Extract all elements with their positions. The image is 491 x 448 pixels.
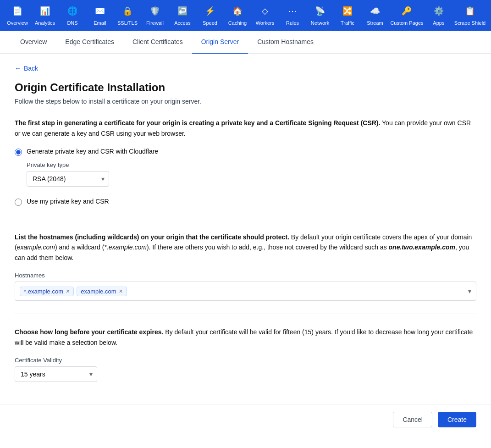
nav-label-speed: Speed [203,20,217,26]
validity-description: Choose how long before your certificate … [15,327,476,348]
radio-cloudflare-label: Generate private key and CSR with Cloudf… [27,148,158,155]
traffic-icon: 🔀 [341,5,354,17]
nav-item-traffic[interactable]: 🔀 Traffic [334,0,361,31]
hostnames-example: one.two.example.com [389,243,455,251]
back-button[interactable]: ← Back [15,65,38,72]
section-divider-2 [15,314,476,314]
hostnames-description-bold: List the hostnames (including wildcards)… [15,233,289,241]
radio-option-cloudflare: Generate private key and CSR with Cloudf… [15,148,476,190]
nav-item-network[interactable]: 📡 Network [306,0,334,31]
email-icon: ✉️ [94,5,106,17]
hostname-tag-wildcard-remove[interactable]: × [66,288,70,294]
ssl-tls-icon: 🔒 [121,5,134,17]
workers-icon: ◇ [259,5,271,17]
radio-own-key-input[interactable] [15,199,22,206]
radio-option-cloudflare-label[interactable]: Generate private key and CSR with Cloudf… [15,148,476,156]
private-key-field-group: Private key type RSA (2048) ECDSA (P-256… [27,161,476,187]
nav-label-ssl-tls: SSL/TLS [117,20,138,26]
private-key-select-wrapper: RSA (2048) ECDSA (P-256) [27,171,109,187]
nav-item-overview[interactable]: 📄 Overview [4,0,31,31]
step1-section: The first step in generating a certifica… [15,118,476,206]
nav-label-scrape-shield: Scrape Shield [454,20,486,26]
cancel-button[interactable]: Cancel [393,412,432,427]
nav-item-speed[interactable]: ⚡ Speed [196,0,224,31]
sub-nav: Overview Edge Certificates Client Certif… [0,31,491,54]
subnav-item-edge-certificates[interactable]: Edge Certificates [56,31,123,54]
nav-item-custom-pages[interactable]: 🔑 Custom Pages [389,0,425,31]
hostname-tag-apex-remove[interactable]: × [119,288,122,294]
page-subtitle: Follow the steps below to install a cert… [15,98,476,105]
nav-label-email: Email [94,20,106,26]
hostnames-field-section: Hostnames *.example.com × example.com × … [15,272,476,301]
nav-item-access[interactable]: ↩️ Access [169,0,196,31]
nav-item-stream[interactable]: ☁️ Stream [361,0,389,31]
scrape-shield-icon: 📋 [463,5,476,17]
nav-label-rules: Rules [286,20,299,26]
subnav-item-custom-hostnames[interactable]: Custom Hostnames [248,31,323,54]
hostnames-description: List the hostnames (including wildcards)… [15,232,476,263]
nav-item-caching[interactable]: 🏠 Caching [224,0,251,31]
validity-description-bold: Choose how long before your certificate … [15,328,163,336]
section-divider-1 [15,219,476,219]
nav-item-rules[interactable]: ⋯ Rules [279,0,306,31]
nav-item-ssl-tls[interactable]: 🔒 SSL/TLS [114,0,141,31]
radio-option-own-key[interactable]: Use my private key and CSR [15,198,476,206]
nav-label-firewall: Firewall [146,20,164,26]
private-key-label: Private key type [27,161,476,168]
nav-item-workers[interactable]: ◇ Workers [251,0,279,31]
hostnames-input[interactable]: *.example.com × example.com × ▾ [15,282,476,301]
hostnames-field-label: Hostnames [15,272,476,279]
page-title: Origin Certificate Installation [15,81,476,94]
hostname-tag-apex-value: example.com [81,288,116,295]
nav-label-workers: Workers [256,20,275,26]
hostnames-section: List the hostnames (including wildcards)… [15,232,476,301]
custom-pages-icon: 🔑 [400,5,413,17]
hostnames-dropdown-arrow[interactable]: ▾ [468,288,471,295]
step1-description: The first step in generating a certifica… [15,118,476,138]
nav-label-apps: Apps [433,20,444,26]
hostnames-apex: example.com [17,243,55,251]
back-arrow-icon: ← [15,65,21,72]
nav-label-caching: Caching [228,20,247,26]
nav-label-access: Access [174,20,190,26]
private-key-select[interactable]: RSA (2048) ECDSA (P-256) [27,171,109,187]
key-generation-radio-group: Generate private key and CSR with Cloudf… [15,148,476,206]
nav-label-analytics: Analytics [35,20,55,26]
caching-icon: 🏠 [231,5,244,17]
subnav-item-client-certificates[interactable]: Client Certificates [123,31,192,54]
validity-field-label: Certificate Validity [15,357,476,364]
main-content: ← Back Origin Certificate Installation F… [0,54,491,404]
subnav-item-origin-server[interactable]: Origin Server [192,31,248,54]
radio-own-key-label: Use my private key and CSR [27,198,109,205]
nav-label-traffic: Traffic [341,20,354,26]
validity-field-section: Certificate Validity 15 years 10 years 5… [15,357,476,382]
nav-item-firewall[interactable]: 🛡️ Firewall [141,0,169,31]
apps-icon: ⚙️ [432,5,445,17]
validity-select-wrapper: 15 years 10 years 5 years 2 years 1 year [15,366,97,382]
nav-item-email[interactable]: ✉️ Email [86,0,114,31]
dns-icon: 🌐 [66,5,79,17]
nav-label-network: Network [311,20,329,26]
access-icon: ↩️ [176,5,189,17]
nav-label-overview: Overview [7,20,28,26]
network-icon: 📡 [314,5,326,17]
validity-select[interactable]: 15 years 10 years 5 years 2 years 1 year [15,366,97,382]
subnav-item-overview[interactable]: Overview [11,31,56,54]
validity-section: Choose how long before your certificate … [15,327,476,382]
hostnames-text2: ) and a wildcard ( [55,243,104,251]
create-button[interactable]: Create [438,412,476,427]
nav-item-apps[interactable]: ⚙️ Apps [425,0,452,31]
step1-description-bold: The first step in generating a certifica… [15,119,380,127]
speed-icon: ⚡ [204,5,216,17]
hostname-tag-wildcard: *.example.com × [20,287,74,296]
nav-label-custom-pages: Custom Pages [390,20,423,26]
nav-item-dns[interactable]: 🌐 DNS [59,0,86,31]
nav-item-analytics[interactable]: 📊 Analytics [31,0,59,31]
top-nav: 📄 Overview 📊 Analytics 🌐 DNS ✉️ Email 🔒 … [0,0,491,31]
stream-icon: ☁️ [369,5,381,17]
radio-cloudflare-input[interactable] [15,149,22,156]
hostnames-wildcard: *.example.com [104,243,147,251]
hostname-tag-wildcard-value: *.example.com [24,288,63,295]
firewall-icon: 🛡️ [149,5,161,17]
nav-item-scrape-shield[interactable]: 📋 Scrape Shield [452,0,487,31]
